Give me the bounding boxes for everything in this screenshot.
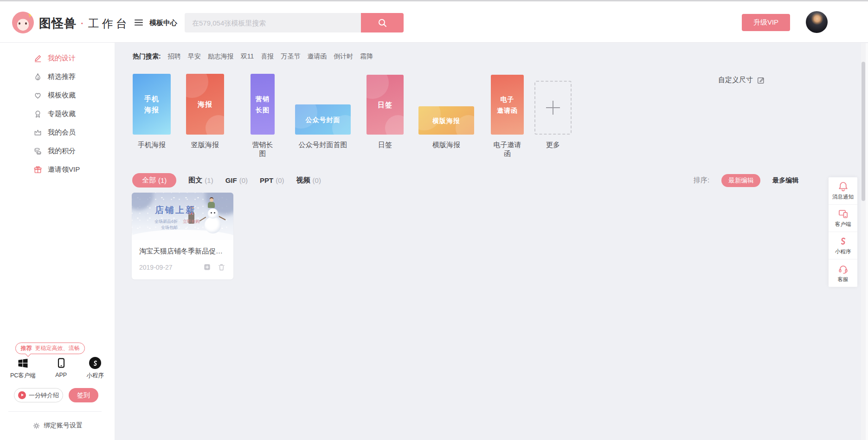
coins-icon bbox=[33, 147, 42, 155]
category-daily-sign[interactable]: 日签 日签 bbox=[366, 74, 404, 149]
thumb-heading: 店铺上新 bbox=[155, 204, 196, 216]
category-marketing-long-image[interactable]: 营销 长图 营销长图 bbox=[251, 74, 275, 158]
one-minute-intro-button[interactable]: 一分钟介绍 bbox=[14, 388, 63, 402]
recommend-badge-label: 推荐 bbox=[21, 344, 32, 352]
search-button[interactable] bbox=[361, 13, 404, 32]
play-icon bbox=[18, 391, 26, 399]
left-sidebar: 我的设计 精选推荐 模板收藏 专题收藏 我的会员 我的积分 邀请领VIP 推荐 … bbox=[0, 43, 115, 440]
hot-term-invitation[interactable]: 邀请函 bbox=[307, 52, 327, 61]
hot-term-halloween[interactable]: 万圣节 bbox=[281, 52, 300, 61]
sidebar-divider bbox=[8, 411, 102, 412]
tab-video[interactable]: 视频 (0) bbox=[296, 176, 321, 185]
vertical-scrollbar-track[interactable] bbox=[861, 43, 866, 440]
sort-latest-edited[interactable]: 最新编辑 bbox=[721, 174, 760, 187]
notifications-button[interactable]: 消息通知 bbox=[829, 177, 857, 205]
bind-account-settings[interactable]: 绑定账号设置 bbox=[0, 421, 115, 430]
hot-search-label: 热门搜索: bbox=[133, 52, 161, 61]
hot-term-recruit[interactable]: 招聘 bbox=[168, 52, 181, 61]
sort-controls: 排序: 最新编辑 最多编辑 bbox=[694, 173, 798, 188]
sidebar-item-my-designs[interactable]: 我的设计 bbox=[0, 49, 115, 67]
tab-all[interactable]: 全部 (1) bbox=[132, 173, 176, 188]
user-avatar[interactable] bbox=[806, 11, 828, 33]
pencil-icon bbox=[33, 54, 42, 63]
hot-term-motivation-poster[interactable]: 励志海报 bbox=[208, 52, 234, 61]
sidebar-item-topic-favorites[interactable]: 专题收藏 bbox=[0, 104, 115, 123]
snowman-body bbox=[205, 217, 221, 233]
app-link[interactable]: APP bbox=[55, 356, 67, 380]
design-thumbnail[interactable]: 店铺上新 全场新品6折 立即抢购 全场包邮 bbox=[132, 193, 233, 240]
medal-icon bbox=[33, 110, 42, 118]
miniprogram-link[interactable]: 小程序 bbox=[86, 356, 104, 380]
window-right-edge bbox=[866, 43, 868, 440]
check-in-button[interactable]: 签到 bbox=[69, 388, 98, 402]
search-input[interactable] bbox=[185, 13, 361, 32]
snowman-head bbox=[208, 208, 218, 219]
client-button[interactable]: 客户端 bbox=[829, 205, 857, 232]
phone-icon bbox=[56, 356, 67, 369]
headset-icon bbox=[838, 264, 849, 274]
category-more[interactable]: 更多 bbox=[534, 74, 572, 149]
sort-most-edited[interactable]: 最多编辑 bbox=[772, 176, 798, 185]
brand-workbench-label: 工作台 bbox=[88, 16, 130, 31]
category-phone-poster[interactable]: 手机 海报 手机海报 bbox=[133, 74, 171, 149]
flame-icon bbox=[33, 72, 42, 81]
template-center-link[interactable]: 模板中心 bbox=[149, 18, 177, 28]
tab-image-text[interactable]: 图文 (1) bbox=[188, 176, 213, 185]
tab-gif[interactable]: GIF (0) bbox=[225, 176, 248, 184]
tab-ppt[interactable]: PPT (0) bbox=[260, 176, 284, 184]
edit-square-icon bbox=[757, 76, 765, 84]
category-e-invitation[interactable]: 电子 邀请函 电子邀请函 bbox=[491, 74, 524, 158]
delete-design-icon[interactable] bbox=[217, 263, 226, 272]
sidebar-item-my-membership[interactable]: 我的会员 bbox=[0, 123, 115, 142]
child-figure bbox=[208, 202, 215, 208]
miniprogram-icon bbox=[89, 356, 101, 369]
top-header: 图怪兽 · 工作台 模板中心 升级VIP bbox=[0, 0, 868, 43]
design-meta-row: 2019-09-27 bbox=[139, 263, 226, 272]
thumb-subline: 全场新品6折 立即抢购 bbox=[154, 219, 199, 225]
category-horizontal-poster[interactable]: 横版海报 横版海报 bbox=[418, 74, 474, 149]
sidebar-menu: 我的设计 精选推荐 模板收藏 专题收藏 我的会员 我的积分 邀请领VIP bbox=[0, 43, 115, 179]
pc-client-link[interactable]: PC客户端 bbox=[10, 356, 36, 380]
vertical-scrollbar-thumb[interactable] bbox=[862, 62, 865, 201]
bell-icon bbox=[838, 181, 849, 192]
brand-logotype: 图怪兽 · 工作台 bbox=[39, 15, 130, 32]
category-official-account-cover[interactable]: 公众号封面 公众号封面首图 bbox=[295, 74, 351, 149]
sort-label: 排序: bbox=[694, 176, 709, 185]
sidebar-item-my-points[interactable]: 我的积分 bbox=[0, 142, 115, 160]
recommend-badge: 推荐 更稳定高效、流畅 bbox=[15, 343, 85, 354]
hot-term-double11[interactable]: 双11 bbox=[241, 52, 254, 61]
plus-icon bbox=[534, 81, 572, 135]
client-downloads: PC客户端 APP 小程序 bbox=[10, 356, 104, 380]
hot-term-morning[interactable]: 早安 bbox=[188, 52, 201, 61]
hot-term-goodnews[interactable]: 喜报 bbox=[261, 52, 274, 61]
upgrade-vip-button[interactable]: 升级VIP bbox=[742, 14, 790, 31]
thumb-subline2: 全场包邮 bbox=[161, 225, 178, 231]
brand-dot: · bbox=[81, 18, 84, 29]
customer-service-button[interactable]: 客服 bbox=[829, 259, 857, 287]
design-date: 2019-09-27 bbox=[139, 264, 173, 271]
gear-icon bbox=[32, 422, 40, 430]
category-vertical-poster[interactable]: 海报 竖版海报 bbox=[186, 74, 224, 149]
floating-action-rail: 消息通知 客户端 小程序 客服 bbox=[829, 177, 857, 287]
brand-mascot-logo[interactable] bbox=[12, 12, 34, 33]
copy-design-icon[interactable] bbox=[203, 263, 212, 272]
devices-icon bbox=[838, 208, 849, 219]
gift-icon bbox=[33, 165, 42, 174]
design-card: 店铺上新 全场新品6折 立即抢购 全场包邮 淘宝天猫店铺冬季新品促销... 20… bbox=[132, 193, 233, 279]
miniprogram-icon bbox=[838, 236, 849, 246]
miniprogram-button[interactable]: 小程序 bbox=[829, 232, 857, 259]
search-box bbox=[185, 13, 361, 32]
hot-term-countdown[interactable]: 倒计时 bbox=[334, 52, 353, 61]
sidebar-item-template-favorites[interactable]: 模板收藏 bbox=[0, 86, 115, 104]
search-icon bbox=[377, 18, 387, 28]
windows-icon bbox=[17, 356, 29, 369]
design-card-body: 淘宝天猫店铺冬季新品促销... 2019-09-27 bbox=[132, 240, 233, 272]
custom-size-button[interactable]: 自定义尺寸 bbox=[718, 76, 765, 84]
sidebar-item-invite-vip[interactable]: 邀请领VIP bbox=[0, 160, 115, 179]
hot-term-frost[interactable]: 霜降 bbox=[360, 52, 373, 61]
recommend-badge-text: 更稳定高效、流畅 bbox=[35, 344, 80, 352]
hamburger-menu-icon[interactable] bbox=[135, 19, 143, 26]
sidebar-item-featured[interactable]: 精选推荐 bbox=[0, 67, 115, 86]
hot-search-row: 热门搜索: 招聘 早安 励志海报 双11 喜报 万圣节 邀请函 倒计时 霜降 bbox=[133, 52, 373, 61]
design-title[interactable]: 淘宝天猫店铺冬季新品促销... bbox=[139, 247, 226, 256]
